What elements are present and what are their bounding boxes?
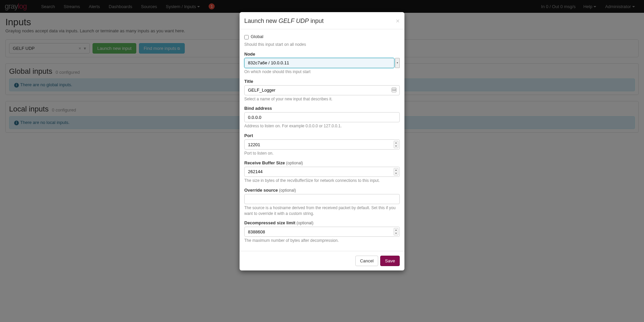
title-help: Select a name of your new input that des…	[244, 96, 400, 102]
chevron-down-icon[interactable]: ▾	[395, 58, 400, 68]
port-spinner[interactable]: ▲▼	[394, 141, 398, 143]
port-input[interactable]	[244, 139, 400, 143]
chevron-up-icon[interactable]: ▲	[394, 141, 398, 143]
node-select[interactable]	[244, 58, 394, 68]
launch-input-modal: Launch new GELF UDP input × Global Shoul…	[240, 12, 404, 143]
global-label: Global	[251, 34, 263, 39]
global-checkbox[interactable]	[244, 35, 249, 39]
port-label: Port	[244, 133, 400, 138]
modal-title: Launch new GELF UDP input	[244, 18, 324, 25]
node-help: On which node should this input start	[244, 69, 400, 75]
close-icon[interactable]: ×	[396, 17, 400, 25]
global-help: Should this input start on all nodes	[244, 42, 400, 47]
bind-label: Bind address	[244, 106, 400, 111]
node-label: Node	[244, 52, 400, 57]
bind-help: Address to listen on. For example 0.0.0.…	[244, 123, 400, 129]
title-label: Title	[244, 79, 400, 84]
autofill-icon[interactable]: ⌨	[392, 88, 396, 92]
bind-address-input[interactable]	[244, 112, 400, 122]
modal-header: Launch new GELF UDP input ×	[240, 12, 404, 29]
title-input[interactable]	[244, 85, 400, 95]
modal-body: Global Should this input start on all no…	[240, 29, 404, 143]
